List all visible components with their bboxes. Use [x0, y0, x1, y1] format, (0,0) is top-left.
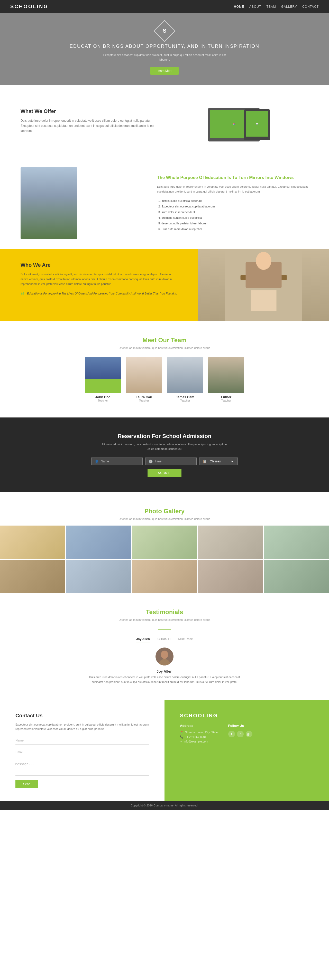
offer-image: 📚 📖	[170, 100, 308, 142]
reservation-time-input[interactable]	[155, 460, 193, 463]
contact-send-button[interactable]: Send	[15, 780, 38, 788]
gallery-item-4[interactable]	[198, 525, 263, 559]
email-icon: ✉	[180, 740, 182, 743]
gallery-img-6	[0, 560, 65, 593]
footer-email: ✉ info@example.com	[180, 740, 218, 743]
address-text: Street address, City, State	[185, 731, 218, 734]
googleplus-icon[interactable]: g+	[246, 731, 252, 737]
gallery-img-9	[198, 560, 263, 593]
gallery-item-5[interactable]	[264, 525, 329, 559]
name-input-wrap: 👤	[91, 458, 143, 465]
testimonial-content: Joy Allen Duis aute irure dolor in repre…	[88, 648, 241, 684]
facebook-icon[interactable]: f	[228, 731, 235, 737]
contact-name-input[interactable]	[15, 737, 149, 745]
svg-point-4	[256, 252, 271, 270]
quote-icon: ❝	[21, 291, 24, 299]
footer-address-col: Address 📍 Street address, City, State 📞 …	[180, 724, 218, 745]
reservation-name-input[interactable]	[101, 460, 139, 463]
nav-about[interactable]: ABOUT	[249, 5, 261, 8]
nav-gallery[interactable]: GALLERY	[281, 5, 297, 8]
edu-content: The Whole Purpose Of Education Is To Tur…	[157, 175, 308, 232]
contact-form: Send	[15, 737, 149, 788]
testimonial-avatar	[155, 648, 174, 665]
gallery-heading: Photo Gallery	[0, 508, 329, 515]
team-subtitle: Ut enim ad minim veniam, quis nostrud ex…	[21, 346, 308, 350]
reservation-section: Reservation For School Admission Ut enim…	[0, 417, 329, 492]
gallery-img-5	[264, 525, 329, 559]
twitter-icon[interactable]: t	[237, 731, 244, 737]
footer-brand: SCHOOLING	[180, 713, 314, 719]
team-photo-laura	[126, 357, 162, 393]
contact-footer: Contact Us Excepteur sint occaecat cupid…	[0, 700, 329, 801]
gallery-item-6[interactable]	[0, 560, 65, 593]
offer-text: What We Offer Duis aute irure dolor in r…	[21, 108, 159, 134]
testimonials-section: Testimonials Ut enim ad minim veniam, qu…	[0, 593, 329, 700]
team-photo-luther	[208, 357, 244, 393]
reservation-heading: Reservation For School Admission	[21, 433, 308, 439]
reservation-body: Ut enim ad minim veniam, quis nostrud ex…	[100, 442, 229, 451]
footer-cols: Address 📍 Street address, City, State 📞 …	[180, 724, 314, 745]
gallery-item-2[interactable]	[66, 525, 131, 559]
tab-chris-li[interactable]: CHRIS LI	[158, 637, 171, 643]
footer-phone: 📞 +1 234 567 8901	[180, 735, 218, 739]
contact-body: Excepteur sint occaecat cupidatat non pr…	[15, 722, 149, 732]
what-we-offer-content: What We Offer Duis aute irure dolor in r…	[21, 100, 308, 142]
edu-list: 1. Iusti in culpa qui officia deserunt 2…	[157, 198, 308, 232]
hero-body: Excepteur sint occaecat cupidatat non pr…	[100, 53, 229, 62]
contact-email-input[interactable]	[15, 748, 149, 756]
gallery-item-8[interactable]	[132, 560, 197, 593]
footer-bottom: Copyright © 2016 Company name. All right…	[0, 801, 329, 810]
gallery-item-9[interactable]	[198, 560, 263, 593]
hero-letter: S	[163, 27, 166, 34]
offer-heading: What We Offer	[21, 108, 159, 114]
testimonial-tabs: Joy Allen CHRIS LI Mike Rose	[21, 637, 308, 643]
contact-heading: Contact Us	[15, 713, 149, 719]
tab-joy-allen[interactable]: Joy Allen	[136, 637, 150, 643]
team-heading: Meet Our Team	[21, 337, 308, 344]
class-input-wrap: 📋 Classes	[199, 458, 238, 465]
footer-address-heading: Address	[180, 724, 218, 728]
gallery-item-1[interactable]	[0, 525, 65, 559]
child-silhouette	[21, 167, 77, 239]
reservation-class-select[interactable]: Classes	[209, 459, 235, 463]
gallery-item-10[interactable]	[264, 560, 329, 593]
team-grid: John Doc Teacher Laura Carl Teacher Jame…	[21, 357, 308, 402]
testimonials-divider	[158, 629, 171, 630]
gallery-item-3[interactable]	[132, 525, 197, 559]
team-name-john: John Doc	[85, 395, 121, 399]
tab-mike-rose[interactable]: Mike Rose	[178, 637, 193, 643]
hero-diamond: S	[154, 20, 176, 42]
hero-section: S EDUCATION BRINGS ABOUT OPPORTUNITY, AN…	[0, 13, 329, 85]
reservation-form: 👤 🕐 📋 Classes	[21, 458, 308, 465]
gallery-item-7[interactable]	[66, 560, 131, 593]
who-quote: ❝ Education Is For Improving The Lives O…	[21, 291, 177, 299]
who-svg	[198, 249, 329, 321]
phone-icon: 📞	[180, 735, 184, 739]
nav-home[interactable]: HOME	[234, 5, 244, 8]
time-input-wrap: 🕐	[145, 458, 196, 465]
education-purpose-section: The Whole Purpose Of Education Is To Tur…	[0, 157, 329, 249]
gallery-img-3	[132, 525, 197, 559]
gallery-subtitle: Ut enim ad minim veniam, quis nostrud ex…	[0, 517, 329, 520]
team-name-laura: Laura Carl	[126, 395, 162, 399]
photo-james	[167, 357, 203, 393]
tablet-mockup: 📖	[244, 109, 270, 140]
nav-contact[interactable]: CONTACT	[302, 5, 319, 8]
testimonials-subtitle: Ut enim ad minim veniam, quis nostrud ex…	[21, 618, 308, 621]
team-section: Meet Our Team Ut enim ad minim veniam, q…	[0, 321, 329, 417]
nav-team[interactable]: TEAM	[266, 5, 276, 8]
footer-follow-heading: Follow Us	[228, 724, 252, 728]
hero-cta-button[interactable]: Learn More	[150, 67, 178, 75]
gallery-section: Photo Gallery Ut enim ad minim veniam, q…	[0, 492, 329, 593]
clock-icon: 🕐	[149, 460, 153, 463]
footer-social-col: Follow Us f t g+	[228, 724, 252, 745]
reservation-submit-button[interactable]: SUBMIT	[147, 469, 181, 477]
email-text: info@example.com	[184, 740, 208, 743]
navbar: SCHOOLING HOME ABOUT TEAM GALLERY CONTAC…	[0, 0, 329, 13]
gallery-grid	[0, 525, 329, 593]
contact-message-textarea[interactable]	[15, 760, 149, 776]
social-icons: f t g+	[228, 731, 252, 737]
footer-address-street: 📍 Street address, City, State	[180, 731, 218, 734]
what-we-offer-section: What We Offer Duis aute irure dolor in r…	[0, 85, 329, 157]
testimonials-heading: Testimonials	[21, 608, 308, 616]
